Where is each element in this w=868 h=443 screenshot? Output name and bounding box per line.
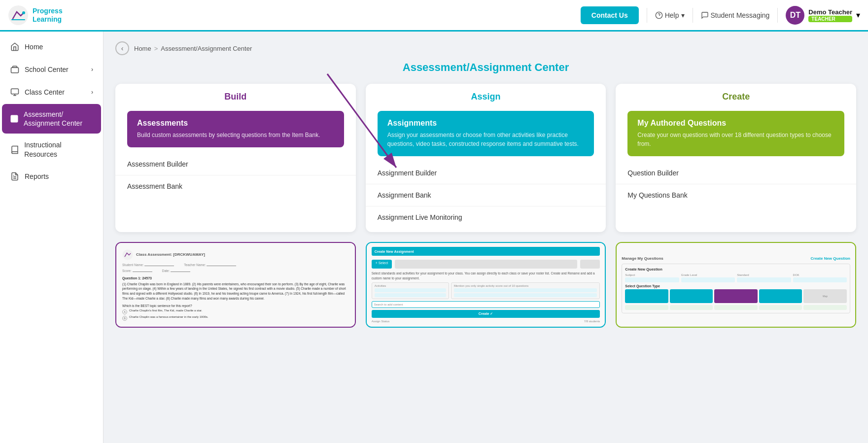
question-builder-link[interactable]: Question Builder [616, 162, 856, 184]
breadcrumb-home[interactable]: Home [134, 45, 151, 52]
sidebar-item-label: Assessment/ Assignment Center [24, 110, 93, 128]
svg-point-0 [8, 5, 28, 25]
assessment-icon [10, 114, 19, 124]
create-card-links: Question Builder My Questions Bank [616, 158, 856, 210]
build-banner: Assessments Build custom assessments by … [127, 111, 344, 147]
home-icon [10, 42, 20, 52]
svg-rect-5 [11, 89, 19, 94]
nav-divider3 [777, 8, 778, 23]
logo-text: Progress Learning [33, 7, 63, 24]
class-icon [10, 87, 20, 97]
content-area: Build Assessments Build custom assessmen… [115, 84, 856, 328]
assign-card-links: Assignment Builder Assignment Bank Assig… [366, 158, 606, 232]
assign-card-header: Assign [366, 84, 606, 111]
create-card-header: Create [616, 84, 856, 111]
assign-header-title: Assign [376, 92, 596, 102]
app-layout: Home School Center › Class Center › Asse… [0, 32, 868, 443]
sidebar-item-instructional-resources[interactable]: Instructional Resources [2, 135, 101, 164]
assign-banner: Assignments Assign your assessments or c… [378, 111, 594, 156]
preview-cards-grid: Class Assessment: [DRCKWUAMAY] Student N… [115, 242, 856, 328]
breadcrumb-separator: > [154, 45, 158, 52]
nav-divider [647, 8, 647, 23]
assign-card: Assign Assignments Assign your assessmen… [366, 84, 606, 232]
build-card-links: Assessment Builder Assessment Bank [115, 149, 356, 201]
sidebar-item-assessment[interactable]: Assessment/ Assignment Center [2, 104, 101, 134]
app-logo: Progress Learning [8, 5, 63, 26]
user-menu[interactable]: DT Demo Teacher TEACHER ▾ [786, 6, 860, 25]
school-icon [10, 65, 20, 74]
create-header-title: Create [625, 92, 846, 102]
build-header-title: Build [125, 92, 346, 102]
sidebar-item-reports[interactable]: Reports [2, 166, 101, 187]
build-preview-card: Class Assessment: [DRCKWUAMAY] Student N… [115, 242, 356, 328]
assignment-builder-link[interactable]: Assignment Builder [366, 162, 606, 184]
help-icon [655, 11, 663, 19]
sidebar-item-school-center[interactable]: School Center › [2, 59, 101, 80]
sidebar: Home School Center › Class Center › Asse… [0, 32, 104, 443]
create-banner-title: My Authored Questions [637, 119, 834, 128]
create-banner: My Authored Questions Create your own qu… [627, 111, 844, 156]
svg-rect-4 [11, 68, 19, 73]
chevron-right-icon: › [91, 89, 93, 96]
sidebar-item-label: Reports [25, 172, 49, 181]
back-button[interactable]: ‹ [115, 41, 129, 55]
top-navigation: Progress Learning Contact Us Help ▾ Stud… [0, 0, 868, 32]
main-content: ‹ Home > Assessment/Assignment Center As… [104, 32, 868, 443]
assessment-builder-link[interactable]: Assessment Builder [115, 153, 356, 175]
assign-preview-card: Create New Assignment + Select Select st… [366, 242, 606, 328]
feature-cards-grid: Build Assessments Build custom assessmen… [115, 84, 856, 232]
svg-point-15 [123, 249, 133, 260]
chevron-right-icon: › [91, 66, 93, 73]
book-icon [10, 145, 19, 155]
sidebar-item-label: Instructional Resources [24, 140, 93, 158]
logo-icon [8, 5, 29, 26]
topnav-right: Contact Us Help ▾ Student Messaging DT D… [581, 6, 860, 25]
assignment-live-monitoring-link[interactable]: Assignment Live Monitoring [366, 206, 606, 228]
user-info: Demo Teacher TEACHER [808, 8, 852, 22]
create-card: Create My Authored Questions Create your… [616, 84, 856, 232]
help-chevron-icon: ▾ [681, 11, 685, 19]
reports-icon [10, 171, 20, 181]
svg-point-1 [22, 11, 25, 14]
build-card-header: Build [115, 84, 356, 111]
sidebar-item-label: School Center [25, 65, 69, 74]
sidebar-item-label: Home [25, 42, 43, 51]
create-preview-content: Manage My Questions Create New Question … [617, 243, 855, 327]
assessment-bank-link[interactable]: Assessment Bank [115, 175, 356, 197]
assign-preview-content: Create New Assignment + Select Select st… [367, 243, 605, 327]
assign-banner-title: Assignments [387, 119, 585, 128]
messaging-icon [701, 11, 709, 19]
nav-divider2 [693, 8, 693, 23]
build-preview-content: Class Assessment: [DRCKWUAMAY] Student N… [116, 243, 355, 327]
create-banner-desc: Create your own questions with over 18 d… [637, 131, 834, 148]
avatar: DT [786, 6, 804, 25]
my-questions-bank-link[interactable]: My Questions Bank [616, 184, 856, 206]
help-menu[interactable]: Help ▾ [655, 11, 685, 19]
breadcrumb-current: Assessment/Assignment Center [161, 45, 252, 52]
build-banner-desc: Build custom assessments by selecting qu… [137, 131, 334, 139]
student-messaging-button[interactable]: Student Messaging [701, 11, 770, 19]
create-preview-card: Manage My Questions Create New Question … [616, 242, 856, 328]
contact-us-button[interactable]: Contact Us [581, 6, 639, 24]
sidebar-item-label: Class Center [25, 88, 65, 97]
assign-banner-desc: Assign your assessments or choose from o… [387, 131, 585, 148]
sidebar-item-home[interactable]: Home [2, 36, 101, 58]
build-card: Build Assessments Build custom assessmen… [115, 84, 356, 232]
assignment-bank-link[interactable]: Assignment Bank [366, 184, 606, 206]
user-chevron-icon: ▾ [856, 10, 860, 20]
build-banner-title: Assessments [137, 119, 334, 128]
sidebar-item-class-center[interactable]: Class Center › [2, 81, 101, 103]
breadcrumb: ‹ Home > Assessment/Assignment Center [115, 41, 856, 55]
page-title: Assessment/Assignment Center [115, 61, 856, 74]
